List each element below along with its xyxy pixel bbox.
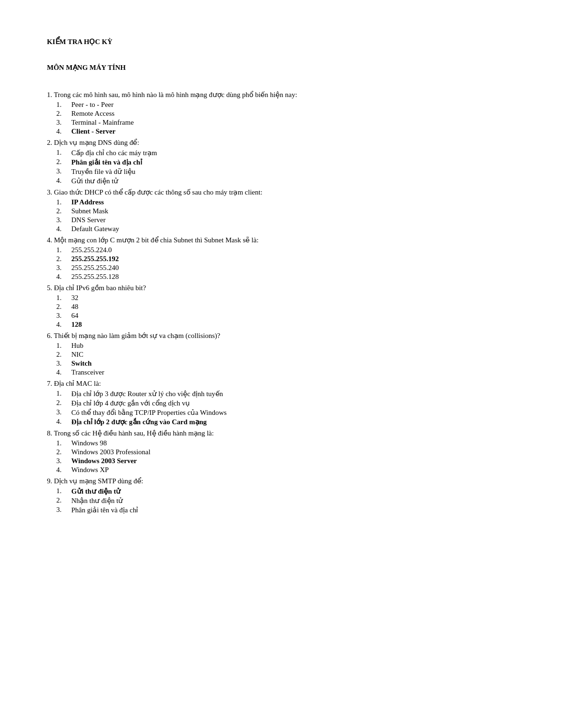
answer-item: 3.Có thể thay đổi bằng TCP/IP Properties… <box>56 408 516 417</box>
answer-item: 1.Hub <box>56 342 516 350</box>
answer-text: Có thể thay đổi bằng TCP/IP Properties c… <box>71 408 516 417</box>
answer-text: Địa chỉ lớp 2 được gắn cứng vào Card mạn… <box>71 418 516 426</box>
answer-num: 2. <box>56 496 71 505</box>
answer-num: 3. <box>56 408 71 417</box>
answer-item: 4.Transceiver <box>56 368 516 376</box>
question-q4: 4. Một mạng con lớp C mượn 2 bit để chia… <box>47 236 516 281</box>
answer-num: 2. <box>56 303 71 311</box>
answer-item: 4.Gửi thư điện tử <box>56 177 516 185</box>
question-text-q4: 4. Một mạng con lớp C mượn 2 bit để chia… <box>47 236 516 244</box>
answer-list-q4: 1.255.255.224.02.255.255.255.1923.255.25… <box>56 246 516 281</box>
answer-num: 2. <box>56 255 71 263</box>
answer-text: Client - Server <box>71 128 516 135</box>
answer-text: IP Address <box>71 198 516 206</box>
answer-item: 3.Truyền file và dữ liệu <box>56 167 516 176</box>
answer-num: 1. <box>56 198 71 206</box>
answer-item: 2.255.255.255.192 <box>56 255 516 263</box>
answer-item: 4.255.255.255.128 <box>56 273 516 281</box>
answer-item: 3.Windows 2003 Server <box>56 457 516 465</box>
answer-text: Phân giải tên và địa chỉ <box>71 506 516 514</box>
answer-num: 4. <box>56 273 71 281</box>
question-q8: 8. Trong số các Hệ điều hành sau, Hệ điề… <box>47 429 516 474</box>
answer-text: Gửi thư điện tử <box>71 177 516 185</box>
answer-num: 1. <box>56 246 71 254</box>
answer-item: 1.Cấp địa chỉ cho các máy trạm <box>56 149 516 157</box>
answer-item: 4.Địa chỉ lớp 2 được gắn cứng vào Card m… <box>56 418 516 426</box>
content: 1. Trong các mô hình sau, mô hình nào là… <box>47 90 516 514</box>
question-text-q2: 2. Dịch vụ mạng DNS dùng để: <box>47 138 516 147</box>
question-q7: 7. Địa chỉ MAC là:1.Địa chỉ lớp 3 được R… <box>47 379 516 426</box>
answer-item: 3.Switch <box>56 360 516 368</box>
question-q3: 3. Giao thức DHCP có thể cấp được các th… <box>47 188 516 233</box>
question-q5: 5. Địa chỉ IPv6 gồm bao nhiêu bit?1.322.… <box>47 284 516 329</box>
answer-item: 1.255.255.224.0 <box>56 246 516 254</box>
answer-item: 3.Terminal - Mainframe <box>56 119 516 127</box>
answer-item: 2.Nhận thư điện tử <box>56 496 516 505</box>
answer-text: NIC <box>71 351 516 359</box>
answer-text: Remote Access <box>71 110 516 118</box>
answer-text: DNS Server <box>71 216 516 224</box>
answer-item: 1.IP Address <box>56 198 516 206</box>
answer-item: 4.Windows XP <box>56 466 516 474</box>
answer-text: Default Gateway <box>71 225 516 233</box>
answer-text: Cấp địa chỉ cho các máy trạm <box>71 149 516 157</box>
answer-text: 255.255.255.240 <box>71 264 516 272</box>
answer-list-q5: 1.322.483.644.128 <box>56 294 516 329</box>
answer-num: 1. <box>56 390 71 398</box>
answer-item: 3.64 <box>56 312 516 320</box>
answer-text: Subnet Mask <box>71 207 516 215</box>
question-text-q1: 1. Trong các mô hình sau, mô hình nào là… <box>47 90 516 99</box>
answer-list-q6: 1.Hub2.NIC3.Switch4.Transceiver <box>56 342 516 376</box>
answer-text: Nhận thư điện tử <box>71 496 516 505</box>
answer-text: Truyền file và dữ liệu <box>71 167 516 176</box>
answer-num: 2. <box>56 351 71 359</box>
answer-num: 4. <box>56 177 71 185</box>
answer-item: 4.Default Gateway <box>56 225 516 233</box>
answer-text: 64 <box>71 312 516 320</box>
answer-item: 2.Subnet Mask <box>56 207 516 215</box>
answer-text: 128 <box>71 321 516 329</box>
question-text-q7: 7. Địa chỉ MAC là: <box>47 379 516 388</box>
answer-item: 1.Peer - to - Peer <box>56 101 516 109</box>
answer-item: 2.Windows 2003 Professional <box>56 448 516 456</box>
question-q1: 1. Trong các mô hình sau, mô hình nào là… <box>47 90 516 135</box>
answer-text: Hub <box>71 342 516 350</box>
answer-text: Windows 98 <box>71 439 516 447</box>
answer-num: 4. <box>56 321 71 329</box>
answer-num: 3. <box>56 360 71 368</box>
answer-num: 2. <box>56 448 71 456</box>
answer-num: 4. <box>56 128 71 135</box>
answer-item: 4.128 <box>56 321 516 329</box>
answer-num: 3. <box>56 264 71 272</box>
answer-text: Terminal - Mainframe <box>71 119 516 127</box>
answer-num: 2. <box>56 110 71 118</box>
answer-num: 1. <box>56 439 71 447</box>
answer-num: 3. <box>56 167 71 176</box>
answer-num: 3. <box>56 506 71 514</box>
answer-text: Windows 2003 Professional <box>71 448 516 456</box>
answer-num: 4. <box>56 466 71 474</box>
answer-item: 1.Gửi thư điện tử <box>56 487 516 495</box>
answer-text: Peer - to - Peer <box>71 101 516 109</box>
answer-text: 32 <box>71 294 516 302</box>
question-q9: 9. Dịch vụ mạng SMTP dùng để:1.Gửi thư đ… <box>47 477 516 514</box>
answer-num: 1. <box>56 487 71 495</box>
answer-list-q1: 1.Peer - to - Peer2.Remote Access3.Termi… <box>56 101 516 135</box>
answer-text: Phân giải tên và địa chỉ <box>71 158 516 166</box>
answer-list-q8: 1.Windows 982.Windows 2003 Professional3… <box>56 439 516 474</box>
answer-item: 2.Remote Access <box>56 110 516 118</box>
sub-title: MÔN MẠNG MÁY TÍNH <box>47 63 516 72</box>
answer-text: 255.255.255.192 <box>71 255 516 263</box>
answer-num: 2. <box>56 158 71 166</box>
answer-num: 2. <box>56 207 71 215</box>
answer-item: 3.DNS Server <box>56 216 516 224</box>
answer-item: 2.48 <box>56 303 516 311</box>
answer-item: 2.Địa chỉ lớp 4 được gắn với cổng dịch v… <box>56 399 516 407</box>
answer-num: 1. <box>56 101 71 109</box>
question-q6: 6. Thiết bị mạng nào làm giảm bớt sự va … <box>47 331 516 376</box>
answer-item: 1.Địa chỉ lớp 3 được Router xử lý cho vi… <box>56 390 516 398</box>
answer-list-q7: 1.Địa chỉ lớp 3 được Router xử lý cho vi… <box>56 390 516 426</box>
answer-text: 48 <box>71 303 516 311</box>
question-text-q6: 6. Thiết bị mạng nào làm giảm bớt sự va … <box>47 331 516 340</box>
answer-list-q2: 1.Cấp địa chỉ cho các máy trạm2.Phân giả… <box>56 149 516 185</box>
